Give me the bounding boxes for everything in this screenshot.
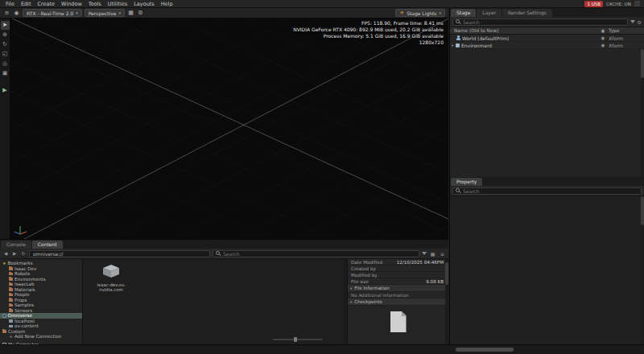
- status-icon[interactable]: [634, 1, 640, 6]
- tab-content[interactable]: Content: [32, 241, 63, 249]
- forward-icon[interactable]: ▶: [11, 251, 18, 256]
- visibility-eye-icon[interactable]: ◉: [597, 35, 609, 40]
- menu-create[interactable]: Create: [34, 0, 58, 8]
- filter-icon[interactable]: [630, 20, 635, 23]
- stage-search-row: ⚙: [450, 17, 644, 27]
- axis-gizmo: [13, 221, 29, 237]
- menu-tools[interactable]: Tools: [85, 0, 105, 8]
- omniverse-isaac-sim-window: File Edit Create Window Tools Utilities …: [0, 0, 644, 354]
- folder-icon: [9, 304, 13, 307]
- menu-file[interactable]: File: [2, 0, 18, 8]
- usb-status-badge[interactable]: 1 USB: [584, 1, 603, 7]
- menu-utilities[interactable]: Utilities: [105, 0, 130, 8]
- content-search-input[interactable]: [223, 250, 416, 257]
- plus-icon: +: [9, 335, 13, 339]
- tree-label: People: [14, 292, 30, 297]
- property-tab-bar: Property: [450, 177, 644, 186]
- tab-layer[interactable]: Layer: [477, 9, 502, 17]
- stage-lights-dropdown[interactable]: ☀ Stage Lights ▾: [395, 9, 445, 17]
- menu-help[interactable]: Help: [158, 0, 176, 8]
- prim-label: World (defaultPrim): [462, 35, 597, 41]
- menu-layouts[interactable]: Layouts: [130, 0, 157, 8]
- sun-icon: ☀: [399, 10, 404, 16]
- stage-scrollbar[interactable]: [641, 49, 644, 177]
- folder-icon: [9, 278, 13, 281]
- type-column-header[interactable]: Type: [609, 28, 644, 33]
- menubar-status-area: 1 USB CACHE: ON: [584, 1, 642, 7]
- folder-icon: [9, 294, 13, 297]
- globe-icon: [2, 314, 6, 318]
- star-icon: ★: [2, 261, 6, 266]
- menu-edit[interactable]: Edit: [18, 0, 35, 8]
- back-icon[interactable]: ◀: [2, 251, 9, 256]
- checkpoints-section-header[interactable]: ▾ Checkpoints: [348, 298, 448, 306]
- renderer-dropdown[interactable]: RTX - Real-Time 2.0 ▾: [23, 9, 82, 17]
- name-column-header[interactable]: Name (Old to New): [450, 28, 597, 33]
- slider-thumb[interactable]: [294, 337, 297, 342]
- file-information-section-header[interactable]: ▾ File Information: [348, 285, 448, 292]
- scale-tool-button[interactable]: ◱: [1, 50, 10, 59]
- prim-type: Xform: [609, 35, 644, 41]
- viewport-visibility-icon[interactable]: ◉: [13, 8, 20, 18]
- viewport-settings-icon[interactable]: ⚙: [137, 8, 144, 18]
- file-name-line2: nvidia.com: [89, 287, 133, 292]
- tab-stage[interactable]: Stage: [451, 9, 476, 17]
- tree-label: Isaac Dev: [14, 266, 36, 271]
- right-panel: Stage Layer Render Settings ⚙ Name (Old …: [449, 8, 644, 344]
- thumbnail-zoom-slider[interactable]: [273, 339, 323, 340]
- rotate-tool-button[interactable]: ↻: [1, 40, 10, 49]
- property-search-input[interactable]: [463, 187, 638, 194]
- detail-label: File size: [348, 279, 426, 284]
- folder-icon: [9, 283, 13, 286]
- content-file-grid[interactable]: isaac-dev.ov. nvidia.com: [83, 259, 347, 344]
- snap-tool-button[interactable]: ◎: [1, 60, 10, 68]
- detail-value: 12/10/2025 04:46PM: [397, 260, 448, 265]
- folder-icon: [9, 309, 13, 312]
- menu-window[interactable]: Window: [58, 0, 85, 8]
- grid-toggle-icon[interactable]: ▦: [127, 8, 134, 18]
- stage-row-environment[interactable]: ▸ Environment ◉ Xform: [450, 42, 644, 49]
- tree-label: Materials: [14, 287, 35, 292]
- grid-view-icon[interactable]: ▦: [429, 251, 436, 257]
- stage-tab-bar: Stage Layer Render Settings: [450, 8, 644, 17]
- tab-render-settings[interactable]: Render Settings: [502, 9, 552, 17]
- fps-stat: FPS: 118.90, Frame time: 8.41 ms: [293, 20, 444, 27]
- stage-row-world[interactable]: World (defaultPrim) ◉ Xform: [450, 35, 644, 42]
- viewport-canvas[interactable]: FPS: 118.90, Frame time: 8.41 ms NVIDIA …: [10, 19, 448, 239]
- file-item-server[interactable]: isaac-dev.ov. nvidia.com: [89, 263, 133, 292]
- refresh-icon[interactable]: ↻: [20, 251, 27, 256]
- details-scrollbar[interactable]: [445, 259, 448, 344]
- visibility-eye-icon[interactable]: ◉: [597, 43, 609, 47]
- viewport-menu-icon[interactable]: ≡: [3, 8, 10, 18]
- detail-modified-by: Modified by: [348, 272, 448, 278]
- stage-tree-empty-area: [450, 49, 644, 177]
- search-icon: [456, 188, 460, 193]
- tab-property[interactable]: Property: [451, 178, 482, 186]
- chevron-down-icon: ▾: [439, 10, 441, 15]
- tree-label: Bookmarks: [7, 261, 32, 266]
- stage-search-input[interactable]: [463, 19, 625, 25]
- viewport-stats-overlay: FPS: 118.90, Frame time: 8.41 ms NVIDIA …: [293, 20, 444, 46]
- filter-icon[interactable]: [422, 252, 427, 255]
- no-additional-info-text: No Additional Information: [348, 292, 448, 298]
- cache-status-label: CACHE: ON: [606, 2, 631, 6]
- list-view-icon[interactable]: ≡: [439, 251, 446, 257]
- tree-item-add-new-connection[interactable]: +Add New Connection: [0, 334, 82, 340]
- frame-tool-button[interactable]: ▣: [1, 69, 10, 78]
- move-tool-button[interactable]: ⊕: [1, 31, 10, 39]
- tab-console[interactable]: Console: [1, 241, 31, 249]
- stage-options-icon[interactable]: ⚙: [638, 19, 642, 25]
- chevron-down-icon: ▾: [118, 10, 121, 15]
- tree-label: Custom: [8, 329, 25, 334]
- breadcrumb[interactable]: omniverse://: [29, 250, 210, 257]
- property-scrollbar[interactable]: [641, 196, 644, 344]
- expander-icon[interactable]: ▸: [450, 43, 456, 47]
- content-browser-body: ★Bookmarks Isaac Dev Robots Environments…: [0, 259, 448, 344]
- play-button[interactable]: ▶: [1, 86, 10, 95]
- renderer-label: RTX - Real-Time 2.0: [27, 10, 73, 16]
- horizontal-scrollbar-thumb[interactable]: [456, 348, 514, 352]
- tree-label: Sensors: [14, 308, 32, 313]
- content-browser-panel: Console Content ◀ ▶ ↻ omniverse:// ▦ ≡ ★…: [0, 239, 448, 344]
- select-tool-button[interactable]: ➤: [1, 21, 10, 30]
- camera-dropdown[interactable]: Perspective ▾: [85, 9, 125, 17]
